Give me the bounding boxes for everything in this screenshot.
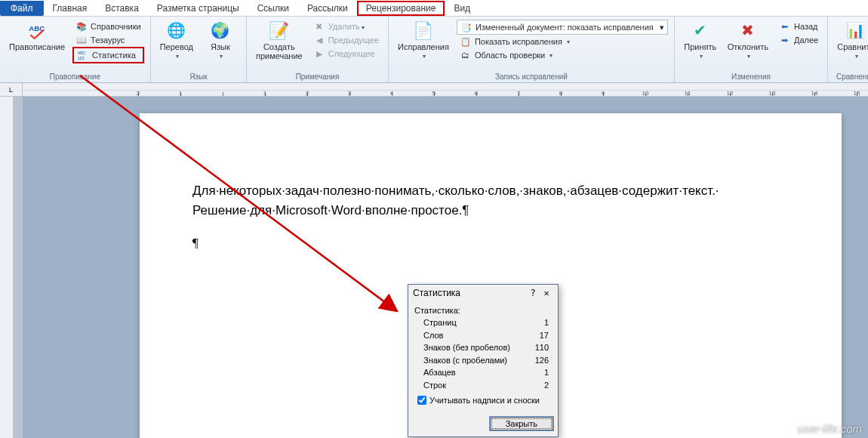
tab-references[interactable]: Ссылки xyxy=(248,1,298,16)
next-change-button[interactable]: ➡ Далее xyxy=(776,33,821,47)
svg-text:123: 123 xyxy=(78,56,85,60)
tab-mailings[interactable]: Рассылки xyxy=(298,1,357,16)
stats-group-label: Статистика: xyxy=(414,306,549,315)
references-label: Справочники xyxy=(91,22,141,31)
stat-label: Абзацев xyxy=(423,366,456,379)
tab-home[interactable]: Главная xyxy=(44,1,97,16)
references-button[interactable]: 📚 Справочники xyxy=(72,20,144,33)
group-compare: 📊 Сравнить Сравнение xyxy=(828,17,868,82)
ruler-vertical[interactable] xyxy=(0,97,14,438)
group-language-label: Язык xyxy=(189,71,207,81)
statistics-dialog: Статистика ? ✕ Статистика: Страниц1Слов1… xyxy=(408,284,559,437)
accept-icon: ✔ xyxy=(694,21,706,41)
ruler-tick: 10 xyxy=(624,83,666,97)
new-comment-button[interactable]: 📝 Создать примечание xyxy=(253,20,306,62)
stat-row: Строк2 xyxy=(417,379,549,392)
group-changes: ✔ Принять ✖ Отклонить ⬅ Назад ➡ Далее Из… xyxy=(675,17,828,82)
stat-value: 1 xyxy=(544,316,549,329)
prev-icon: ◀ xyxy=(313,34,325,46)
doc-line-2: Решение·для·Microsoft·Word·вполне·просто… xyxy=(192,203,469,217)
display-select[interactable]: 📑 Измененный документ: показать исправле… xyxy=(457,20,668,35)
close-button[interactable]: Закрыть xyxy=(490,417,553,430)
ruler-tick: 14 xyxy=(793,83,836,97)
dialog-title: Статистика xyxy=(413,288,460,298)
display-label: Измененный документ: показать исправлени… xyxy=(476,23,654,32)
accept-button[interactable]: ✔ Принять xyxy=(681,20,720,61)
accept-label: Принять xyxy=(684,42,716,51)
group-language: 🌐 Перевод 🌍 Язык Язык xyxy=(151,17,247,82)
delete-icon: ✖ xyxy=(313,20,325,32)
back-icon: ⬅ xyxy=(779,20,791,32)
group-changes-label: Изменения xyxy=(731,71,771,81)
pane-label: Область проверки xyxy=(475,51,545,60)
reviewing-pane-button[interactable]: 🗂 Область проверки xyxy=(457,48,668,62)
prev-change-button[interactable]: ⬅ Назад xyxy=(776,20,821,33)
tab-review[interactable]: Рецензирование xyxy=(357,1,445,16)
reject-label: Отклонить xyxy=(728,42,768,51)
track-label: Исправления xyxy=(398,42,449,51)
svg-text:ABC: ABC xyxy=(78,51,86,55)
language-label: Язык xyxy=(211,42,230,51)
track-changes-button[interactable]: 📄 Исправления xyxy=(395,20,452,61)
delete-comment-button[interactable]: ✖ Удалить xyxy=(310,20,382,33)
pane-icon: 🗂 xyxy=(460,49,472,61)
stat-value: 2 xyxy=(544,379,549,392)
compare-button[interactable]: 📊 Сравнить xyxy=(834,20,868,61)
thesaurus-button[interactable]: 📖 Тезаурус xyxy=(72,33,144,47)
statistics-button[interactable]: ABC123 Статистика xyxy=(72,47,144,63)
translate-icon: 🌐 xyxy=(167,21,186,41)
forward-icon: ➡ xyxy=(779,34,791,46)
ruler-tick: 7 xyxy=(497,83,540,97)
tab-view[interactable]: Вид xyxy=(445,1,479,16)
stat-row: Слов17 xyxy=(417,329,549,342)
display-icon: 📑 xyxy=(460,21,472,33)
next-comment-button[interactable]: ▶ Следующее xyxy=(310,47,382,60)
ruler-tick: 11 xyxy=(666,83,709,97)
forward-label: Далее xyxy=(794,35,818,45)
stat-value: 1 xyxy=(544,366,549,379)
translate-button[interactable]: 🌐 Перевод xyxy=(157,20,196,61)
new-comment-icon: 📝 xyxy=(269,21,289,41)
help-icon[interactable]: ? xyxy=(526,288,540,298)
reject-button[interactable]: ✖ Отклонить xyxy=(725,20,771,61)
thesaurus-label: Тезаурус xyxy=(91,35,125,45)
statistics-label: Статистика xyxy=(92,51,136,60)
show-markup-button[interactable]: 📋 Показать исправления xyxy=(457,35,668,48)
ruler-tick: 5 xyxy=(413,83,455,97)
back-label: Назад xyxy=(794,22,818,31)
book-icon: 📚 xyxy=(75,20,88,32)
language-button[interactable]: 🌍 Язык xyxy=(201,20,240,61)
next-icon: ▶ xyxy=(313,48,325,60)
stat-value: 110 xyxy=(535,341,549,354)
ruler-horizontal[interactable]: 211234567891011121314151617 xyxy=(23,83,868,97)
spelling-button[interactable]: ABC Правописание xyxy=(6,20,68,53)
dialog-titlebar[interactable]: Статистика ? ✕ xyxy=(408,285,558,301)
stat-label: Слов xyxy=(423,329,443,342)
tab-file[interactable]: Файл xyxy=(0,1,44,16)
ribbon: ABC Правописание 📚 Справочники 📖 Тезауру… xyxy=(0,17,868,83)
ruler-tick xyxy=(202,83,244,97)
group-proofing-label: Правописание xyxy=(50,71,100,81)
doc-line-1: Для·некоторых·задач·полезно·понимать,·ск… xyxy=(192,184,719,198)
include-footnotes-checkbox[interactable]: Учитывать надписи и сноски xyxy=(417,396,549,405)
prev-comment-button[interactable]: ◀ Предыдущее xyxy=(310,33,382,47)
delete-label: Удалить xyxy=(328,22,365,31)
stat-value: 17 xyxy=(540,329,549,342)
include-footnotes-input[interactable] xyxy=(417,396,426,405)
tab-insert[interactable]: Вставка xyxy=(96,1,148,16)
tab-layout[interactable]: Разметка страницы xyxy=(148,1,248,16)
ruler-tick: 2 xyxy=(117,83,159,97)
group-comments-label: Примечания xyxy=(296,71,340,81)
stat-row: Страниц1 xyxy=(417,316,549,329)
close-icon[interactable]: ✕ xyxy=(540,288,553,298)
ruler-tick: 9 xyxy=(582,83,624,97)
stat-label: Знаков (с пробелами) xyxy=(423,354,507,367)
ruler-tick: 13 xyxy=(751,83,793,97)
stat-row: Абзацев1 xyxy=(417,366,549,379)
ruler-corner[interactable]: L xyxy=(0,83,23,97)
prev-label: Предыдущее xyxy=(328,35,379,45)
reject-icon: ✖ xyxy=(741,21,754,41)
markup-icon: 📋 xyxy=(460,35,472,48)
ruler-tick: 1 xyxy=(159,83,202,97)
paragraph-mark: ¶ xyxy=(192,236,199,250)
